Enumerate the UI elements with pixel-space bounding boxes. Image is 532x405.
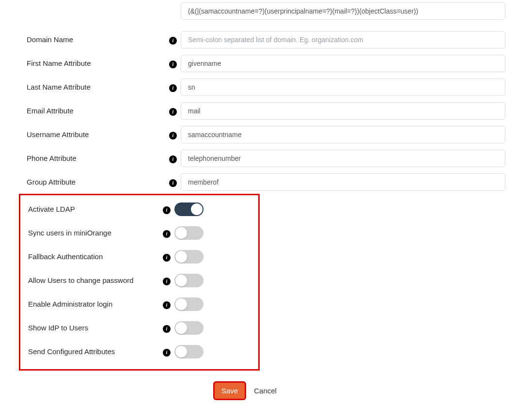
info-icon[interactable]: i — [169, 84, 177, 92]
show-idp-toggle[interactable] — [174, 321, 203, 335]
info-icon[interactable]: i — [163, 301, 171, 309]
allow-pwd-change-label: Allow Users to change password — [28, 276, 134, 284]
phone-attr-row: Phone Attribute i — [27, 146, 505, 170]
cancel-link[interactable]: Cancel — [254, 387, 277, 395]
info-icon[interactable]: i — [169, 61, 177, 68]
info-icon[interactable]: i — [163, 254, 171, 262]
show-idp-label: Show IdP to Users — [28, 324, 88, 332]
activate-ldap-toggle[interactable] — [174, 202, 203, 216]
group-attr-label: Group Attribute — [27, 178, 76, 186]
allow-pwd-change-row: Allow Users to change password i — [28, 268, 258, 292]
first-name-attr-label: First Name Attribute — [27, 59, 91, 67]
show-idp-row: Show IdP to Users i — [28, 316, 258, 340]
activate-ldap-row: Activate LDAP i — [28, 197, 258, 221]
enable-admin-login-toggle[interactable] — [174, 297, 203, 311]
domain-name-row: Domain Name i — [27, 28, 505, 51]
save-button[interactable]: Save — [213, 381, 246, 400]
username-attr-input[interactable] — [181, 126, 505, 143]
last-name-attr-row: Last Name Attribute i — [27, 75, 505, 99]
first-name-attr-input[interactable] — [181, 55, 505, 72]
send-configured-attrs-label: Send Configured Attributes — [28, 347, 115, 356]
domain-name-input[interactable] — [181, 31, 505, 48]
username-attr-label: Username Attribute — [27, 130, 89, 139]
fallback-auth-row: Fallback Authentication i — [28, 245, 258, 268]
sync-users-row: Sync users in miniOrange i — [28, 221, 258, 245]
username-attr-row: Username Attribute i — [27, 123, 505, 146]
domain-name-label: Domain Name — [27, 35, 73, 44]
enable-admin-login-row: Enable Administrator login i — [28, 292, 258, 316]
phone-attr-label: Phone Attribute — [27, 154, 77, 162]
activate-ldap-label: Activate LDAP — [28, 205, 75, 213]
last-name-attr-label: Last Name Attribute — [27, 83, 91, 91]
info-icon[interactable]: i — [169, 156, 177, 163]
search-filter-row — [27, 0, 505, 23]
info-icon[interactable]: i — [169, 179, 177, 187]
info-icon[interactable]: i — [163, 349, 171, 357]
info-icon[interactable]: i — [169, 108, 177, 116]
allow-pwd-change-toggle[interactable] — [174, 274, 203, 287]
email-attr-row: Email Attribute i — [27, 99, 505, 123]
group-attr-row: Group Attribute i — [27, 170, 505, 194]
group-attr-input[interactable] — [181, 173, 505, 191]
fallback-auth-toggle[interactable] — [174, 250, 203, 264]
last-name-attr-input[interactable] — [181, 78, 505, 96]
toggle-highlight-box: Activate LDAP i Sync users in miniOrange… — [19, 194, 260, 371]
send-configured-attrs-row: Send Configured Attributes i — [28, 340, 258, 363]
info-icon[interactable]: i — [163, 230, 171, 238]
ldap-config-form: Domain Name i First Name Attribute i Las… — [0, 0, 532, 400]
search-filter-input[interactable] — [181, 2, 505, 20]
fallback-auth-label: Fallback Authentication — [28, 252, 103, 261]
info-icon[interactable]: i — [163, 206, 171, 214]
sync-users-toggle[interactable] — [174, 226, 203, 240]
info-icon[interactable]: i — [169, 132, 177, 140]
button-row: Save Cancel — [27, 381, 505, 400]
info-icon[interactable]: i — [163, 278, 171, 285]
info-icon[interactable]: i — [169, 37, 177, 45]
email-attr-label: Email Attribute — [27, 107, 74, 115]
email-attr-input[interactable] — [181, 102, 505, 120]
sync-users-label: Sync users in miniOrange — [28, 229, 111, 237]
first-name-attr-row: First Name Attribute i — [27, 51, 505, 75]
phone-attr-input[interactable] — [181, 150, 505, 167]
info-icon[interactable]: i — [163, 325, 171, 333]
send-configured-attrs-toggle[interactable] — [174, 345, 203, 358]
enable-admin-login-label: Enable Administrator login — [28, 300, 112, 308]
